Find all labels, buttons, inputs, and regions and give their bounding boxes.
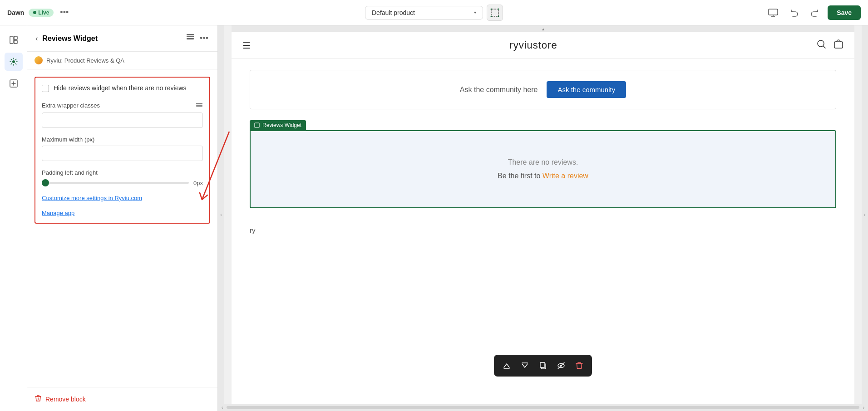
marquee-icon[interactable] <box>487 5 503 21</box>
topbar-center: Default product ▾ <box>365 5 503 21</box>
svg-rect-15 <box>187 36 194 37</box>
horizontal-scroll-track[interactable] <box>227 406 859 409</box>
more-options-button[interactable]: ••• <box>58 6 70 19</box>
sidebar-icon-layout[interactable] <box>5 31 23 49</box>
desktop-view-button[interactable] <box>765 5 781 21</box>
topbar-left: Dawn Live ••• <box>7 6 360 19</box>
svg-rect-5 <box>769 9 778 15</box>
canvas-scroll-right[interactable]: › <box>862 25 868 404</box>
live-dot <box>33 11 36 14</box>
svg-point-1 <box>491 8 492 10</box>
panel-subtitle-text: Ryviu: Product Reviews & QA <box>46 57 124 64</box>
icon-sidebar <box>0 25 27 411</box>
widget-box-icon <box>254 122 260 128</box>
svg-rect-10 <box>14 40 17 44</box>
search-icon[interactable] <box>816 39 826 51</box>
canvas-bottom-bar: ‹ › <box>218 404 868 411</box>
floating-toolbar <box>494 355 592 377</box>
widget-label-text: Reviews Widget <box>262 122 301 128</box>
reviews-widget-wrapper: Reviews Widget There are no reviews. Be … <box>232 120 854 219</box>
product-select[interactable]: Default product ▾ <box>365 6 483 20</box>
main-layout: ‹ Reviews Widget ••• Ryviu: Product Revi… <box>0 25 868 411</box>
redo-button[interactable] <box>807 5 823 21</box>
svg-point-4 <box>498 15 499 17</box>
store-name: Dawn <box>7 9 24 16</box>
panel-footer: Remove block <box>27 387 217 411</box>
extra-wrapper-input[interactable] <box>42 113 203 128</box>
svg-rect-17 <box>187 34 194 35</box>
left-panel: ‹ Reviews Widget ••• Ryviu: Product Revi… <box>27 25 218 411</box>
settings-highlight-box: Hide reviews widget when there are no re… <box>35 77 210 224</box>
max-width-label: Maximum width (px) <box>42 136 94 143</box>
panel-more-button[interactable]: ••• <box>198 32 210 45</box>
svg-point-2 <box>498 8 499 10</box>
extra-wrapper-label-row: Extra wrapper classes <box>42 101 203 110</box>
cart-icon[interactable] <box>833 39 843 51</box>
community-button[interactable]: Ask the community <box>547 81 626 98</box>
svg-point-11 <box>12 60 15 63</box>
stack-icon[interactable] <box>186 34 194 44</box>
community-box: Ask the community here Ask the community <box>250 70 836 109</box>
hamburger-icon[interactable]: ☰ <box>242 40 251 51</box>
padding-field-group: Padding left and right 0px <box>42 169 203 186</box>
svg-rect-19 <box>196 105 202 107</box>
trash-icon <box>35 395 42 404</box>
svg-rect-16 <box>187 38 194 39</box>
manage-app-link[interactable]: Manage app <box>42 210 203 216</box>
svg-line-22 <box>823 46 825 48</box>
max-width-input[interactable]: 1920 <box>42 146 203 161</box>
padding-slider-container: 0px <box>42 180 203 186</box>
community-section: Ask the community here Ask the community <box>232 59 854 120</box>
store-logo: ryviustore <box>251 39 816 51</box>
store-header: ☰ ryviustore <box>232 32 854 59</box>
chevron-down-icon: ▾ <box>474 10 476 15</box>
community-text: Ask the community here <box>460 86 538 94</box>
panel-header: ‹ Reviews Widget ••• <box>27 25 217 52</box>
svg-rect-0 <box>491 9 498 16</box>
canvas-scroll-top[interactable]: ▴ <box>232 25 854 32</box>
svg-rect-24 <box>255 123 259 127</box>
slider-track[interactable] <box>42 182 189 184</box>
toolbar-copy-button[interactable] <box>536 358 550 373</box>
svg-rect-18 <box>196 103 202 104</box>
back-button[interactable]: ‹ <box>35 34 39 44</box>
toolbar-move-down-button[interactable] <box>518 358 532 373</box>
reviews-widget-label[interactable]: Reviews Widget <box>250 120 306 130</box>
max-width-field-group: Maximum width (px) 1920 <box>42 136 203 161</box>
svg-rect-8 <box>10 36 13 44</box>
toolbar-delete-button[interactable] <box>572 358 587 373</box>
stack-icon-small <box>196 101 203 110</box>
panel-content: Hide reviews widget when there are no re… <box>27 69 217 387</box>
product-select-label: Default product <box>372 9 415 16</box>
canvas-scroll-left[interactable]: ‹ <box>218 25 224 404</box>
scroll-right-arrow[interactable]: › <box>863 405 864 410</box>
save-button[interactable]: Save <box>828 5 861 20</box>
selection-icon <box>490 8 499 17</box>
extra-wrapper-field-group: Extra wrapper classes <box>42 101 203 128</box>
partial-text: ry <box>232 219 854 241</box>
write-review-link[interactable]: Write a review <box>542 172 588 180</box>
slider-thumb[interactable] <box>42 179 49 186</box>
remove-block-button[interactable]: Remove block <box>35 395 86 404</box>
topbar: Dawn Live ••• Default product ▾ <box>0 0 868 25</box>
undo-button[interactable] <box>786 5 802 21</box>
toolbar-visibility-button[interactable] <box>554 358 568 373</box>
reviews-widget-content: There are no reviews. Be the first to Wr… <box>250 130 836 208</box>
svg-rect-28 <box>540 362 545 367</box>
live-badge: Live <box>29 9 54 17</box>
canvas-content: ▴ ☰ ryviustore <box>232 25 854 404</box>
live-label: Live <box>38 10 49 16</box>
svg-rect-9 <box>14 36 17 39</box>
hide-reviews-checkbox[interactable] <box>42 85 49 92</box>
panel-title: Reviews Widget <box>42 34 182 43</box>
toolbar-move-up-button[interactable] <box>499 358 514 373</box>
sidebar-icon-plus[interactable] <box>5 74 23 93</box>
ryviu-logo-icon <box>35 56 43 64</box>
max-width-label-row: Maximum width (px) <box>42 136 203 143</box>
svg-point-3 <box>491 15 492 17</box>
sidebar-icon-active[interactable] <box>5 53 23 71</box>
customize-link[interactable]: Customize more settings in Ryviu.com <box>42 195 203 201</box>
scroll-left-arrow[interactable]: ‹ <box>222 405 223 410</box>
extra-wrapper-label: Extra wrapper classes <box>42 102 100 109</box>
hide-reviews-label: Hide reviews widget when there are no re… <box>54 84 187 93</box>
